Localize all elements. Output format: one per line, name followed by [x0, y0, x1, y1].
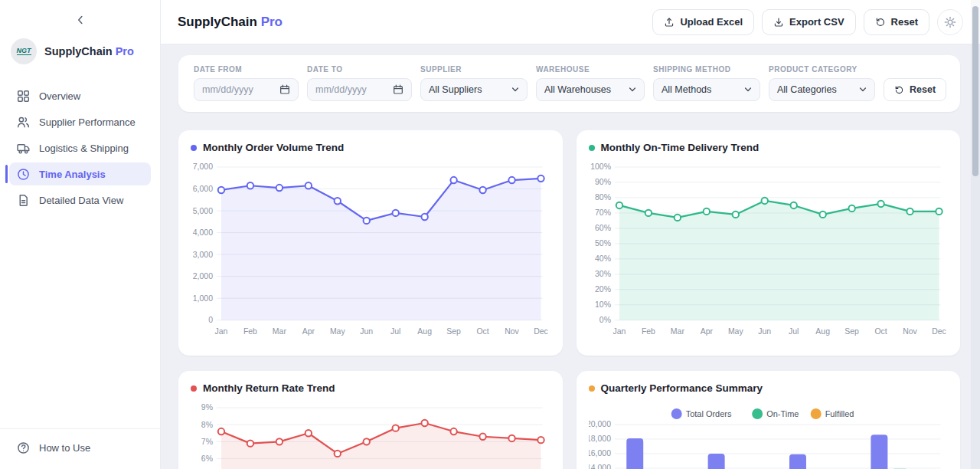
svg-text:1,000: 1,000	[193, 294, 213, 303]
date-placeholder: mm/dd/yyyy	[202, 84, 253, 95]
sidebar-item-label: Detailed Data View	[39, 195, 123, 206]
filter-shipping-method-select[interactable]: All Methods	[653, 78, 760, 101]
select-value: All Suppliers	[429, 84, 482, 95]
filter-field-date-to: DATE TO mm/dd/yyyy	[307, 65, 412, 101]
svg-text:3,000: 3,000	[193, 251, 213, 259]
svg-text:9%: 9%	[201, 403, 213, 412]
help-icon	[17, 441, 30, 454]
sidebar-item-label: Overview	[39, 90, 80, 102]
svg-text:Feb: Feb	[641, 327, 655, 336]
filter-reset-button[interactable]: Reset	[884, 78, 946, 101]
charts-grid: Monthly Order Volume Trend 7,0006,0005,0…	[178, 130, 960, 469]
chart-legend-dot-icon	[191, 145, 197, 151]
chart-header: Monthly Return Rate Trend	[191, 382, 550, 394]
chart-legend-dot-icon	[191, 385, 197, 392]
download-icon	[773, 17, 784, 28]
chart-card-quarterly-performance-summary: Quarterly Performance Summary Total Orde…	[577, 371, 961, 469]
filter-supplier-select[interactable]: All Suppliers	[420, 78, 528, 101]
filter-date-to-input[interactable]: mm/dd/yyyy	[307, 78, 412, 101]
chart-legend-dot-icon	[589, 385, 595, 392]
svg-text:Sep: Sep	[844, 327, 859, 336]
reset-icon	[894, 85, 904, 95]
svg-text:6,000: 6,000	[193, 185, 213, 193]
svg-text:May: May	[727, 327, 743, 336]
filter-warehouse-select[interactable]: All Warehouses	[536, 78, 645, 101]
date-placeholder: mm/dd/yyyy	[315, 84, 367, 95]
chevron-down-icon	[511, 86, 519, 93]
sidebar-item-label: Time Analysis	[39, 169, 106, 180]
svg-text:50%: 50%	[595, 239, 611, 248]
upload-excel-button[interactable]: Upload Excel	[652, 9, 754, 35]
sidebar-collapse-button[interactable]	[71, 11, 90, 30]
svg-text:7,000: 7,000	[193, 162, 213, 171]
svg-text:90%: 90%	[595, 178, 611, 186]
svg-text:Mar: Mar	[273, 327, 287, 336]
brand-name: SupplyChain Pro	[44, 45, 134, 57]
monthly-return-rate-trend-chart: 9%8%7%6%5%4%3%2%1%0%JanFebMarAprMayJunJu…	[191, 398, 550, 469]
sidebar-item-time-analysis[interactable]: Time Analysis	[9, 162, 151, 185]
svg-text:8%: 8%	[201, 421, 213, 429]
top-header: SupplyChain Pro Upload ExcelExport CSVRe…	[161, 0, 980, 44]
svg-text:Dec: Dec	[932, 327, 946, 336]
sidebar-item-overview[interactable]: Overview	[9, 84, 151, 107]
chart-card-monthly-order-volume-trend: Monthly Order Volume Trend 7,0006,0005,0…	[178, 130, 563, 356]
brand-logo-text: NGT	[17, 48, 31, 56]
svg-text:Sep: Sep	[446, 327, 461, 336]
svg-text:Nov: Nov	[505, 327, 519, 336]
users-icon	[17, 116, 30, 129]
svg-text:Jul: Jul	[789, 327, 799, 336]
svg-text:On-Time: On-Time	[766, 409, 799, 418]
header-reset-button[interactable]: Reset	[864, 9, 929, 35]
svg-text:Nov: Nov	[903, 327, 917, 336]
monthly-order-volume-trend-chart: 7,0006,0005,0004,0003,0002,0001,0000JanF…	[191, 158, 550, 342]
svg-text:40%: 40%	[595, 254, 611, 263]
svg-text:10%: 10%	[595, 300, 611, 309]
doc-icon	[17, 194, 30, 207]
chart-card-monthly-return-rate-trend: Monthly Return Rate Trend 9%8%7%6%5%4%3%…	[178, 371, 563, 469]
svg-text:30%: 30%	[595, 270, 611, 278]
svg-text:20,000: 20,000	[589, 420, 611, 428]
sidebar-item-supplier-performance[interactable]: Supplier Performance	[9, 110, 151, 133]
svg-text:16,000: 16,000	[589, 449, 611, 458]
sidebar-item-logistics-shipping[interactable]: Logistics & Shipping	[9, 136, 151, 159]
chart-header: Monthly On-Time Delivery Trend	[589, 142, 949, 153]
filter-label: DATE TO	[307, 65, 412, 74]
svg-text:18,000: 18,000	[589, 435, 611, 443]
select-value: All Categories	[777, 84, 837, 95]
content: DATE FROM mm/dd/yyyy DATE TO mm/dd/yyyy …	[161, 44, 980, 469]
sidebar-item-detailed-data-view[interactable]: Detailed Data View	[9, 189, 151, 212]
svg-text:Aug: Aug	[417, 327, 432, 336]
svg-text:May: May	[330, 327, 346, 336]
filter-field-supplier: SUPPLIER All Suppliers	[420, 65, 528, 101]
grid-icon	[17, 90, 30, 103]
export-csv-button[interactable]: Export CSV	[762, 9, 856, 35]
svg-text:0: 0	[208, 316, 213, 324]
svg-text:7%: 7%	[201, 438, 213, 446]
sidebar-item-how-to-use[interactable]: How to Use	[9, 436, 151, 459]
sun-icon	[944, 16, 956, 28]
sidebar-item-label: Supplier Performance	[39, 116, 136, 128]
theme-toggle-button[interactable]	[937, 9, 963, 35]
scrollbar-thumb[interactable]	[972, 6, 978, 176]
svg-text:Jan: Jan	[215, 327, 228, 336]
svg-text:20%: 20%	[595, 285, 611, 294]
svg-text:100%: 100%	[590, 162, 611, 171]
filter-field-shipping-method: SHIPPING METHOD All Methods	[653, 65, 760, 101]
reset-icon	[875, 17, 886, 28]
chart-header: Monthly Order Volume Trend	[191, 142, 550, 153]
svg-text:14,000: 14,000	[589, 464, 611, 469]
filter-label: WAREHOUSE	[536, 65, 645, 74]
svg-text:Total Orders: Total Orders	[685, 409, 731, 418]
monthly-on-time-delivery-trend-chart: 100%90%80%70%60%50%40%30%20%10%0%JanFebM…	[589, 158, 949, 342]
filter-field-warehouse: WAREHOUSE All Warehouses	[536, 65, 645, 101]
filter-product-category-select[interactable]: All Categories	[769, 78, 875, 101]
chevron-left-icon	[74, 14, 87, 26]
svg-text:70%: 70%	[595, 208, 611, 217]
brand-logo: NGT	[11, 38, 37, 64]
chart-header: Quarterly Performance Summary	[589, 382, 949, 394]
chart-title: Monthly On-Time Delivery Trend	[601, 142, 760, 153]
chart-title: Quarterly Performance Summary	[601, 382, 763, 394]
chevron-down-icon	[859, 86, 867, 93]
page-title: SupplyChain Pro	[178, 15, 283, 30]
filter-date-from-input[interactable]: mm/dd/yyyy	[194, 78, 299, 101]
